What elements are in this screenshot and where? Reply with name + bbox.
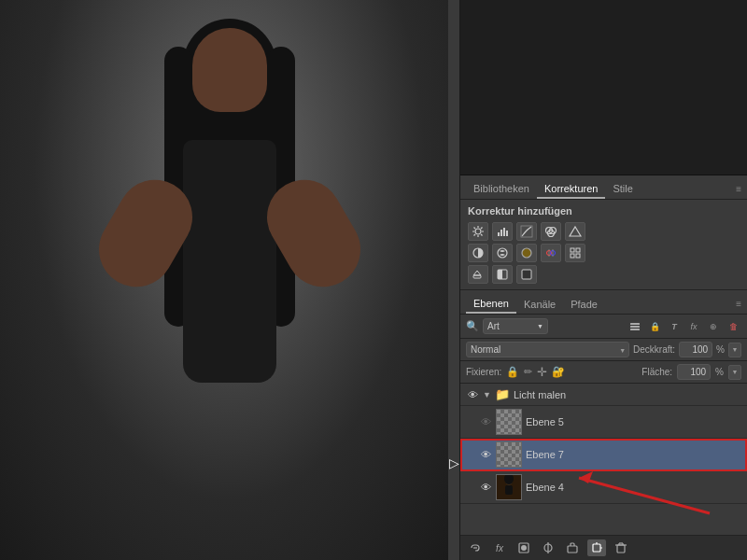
layer-ebene4-name: Ebene 4 bbox=[526, 482, 741, 493]
svg-line-5 bbox=[474, 228, 476, 230]
svg-marker-30 bbox=[473, 271, 481, 275]
svg-rect-35 bbox=[630, 326, 640, 328]
color-balance-icon-btn[interactable] bbox=[541, 222, 561, 241]
svg-rect-34 bbox=[630, 329, 640, 330]
layer-ebene4-visibility[interactable]: 👁 bbox=[479, 481, 492, 494]
panel-collapse-button[interactable]: ≡ bbox=[736, 184, 741, 194]
toolbar-new-layer-button[interactable] bbox=[587, 539, 606, 556]
curves-icon-btn[interactable] bbox=[516, 222, 537, 241]
svg-rect-11 bbox=[503, 228, 505, 236]
blend-mode-select-wrap: Normal bbox=[466, 342, 629, 357]
fix-icon-lock[interactable]: 🔒 bbox=[506, 366, 519, 378]
ebenen-panel-collapse[interactable]: ≡ bbox=[736, 299, 741, 309]
toolbar-delete-button[interactable] bbox=[612, 539, 630, 556]
layer-ebene4[interactable]: 👁 Ebene 4 bbox=[460, 471, 747, 504]
layer-ebene5-visibility[interactable]: 👁 bbox=[479, 415, 492, 428]
toolbar-group-button[interactable] bbox=[563, 539, 582, 556]
svg-rect-26 bbox=[576, 248, 580, 252]
top-preview-area bbox=[460, 0, 747, 175]
brightness-icon-btn[interactable] bbox=[468, 222, 488, 241]
layer-ebene5[interactable]: 👁 Ebene 5 bbox=[460, 406, 747, 439]
filter-icon-layers[interactable] bbox=[627, 319, 643, 334]
fixieren-label: Fixieren: bbox=[466, 367, 501, 377]
opacity-label: Deckkraft: bbox=[633, 344, 675, 355]
svg-line-8 bbox=[474, 234, 476, 236]
toolbar-adjustment-button[interactable] bbox=[539, 539, 557, 556]
toolbar-fx-button[interactable]: fx bbox=[490, 539, 509, 556]
svg-line-6 bbox=[481, 234, 483, 236]
svg-point-19 bbox=[498, 248, 507, 258]
photo-background bbox=[0, 0, 459, 560]
icon-row-1 bbox=[468, 222, 740, 241]
toolbar-mask-button[interactable] bbox=[514, 539, 533, 556]
canvas-area bbox=[0, 0, 459, 560]
ebenen-tabs-row: Ebenen Kanäle Pfade ≡ bbox=[460, 290, 747, 315]
fix-icon-move[interactable]: ✛ bbox=[537, 365, 547, 379]
fix-icon-key[interactable]: 🔐 bbox=[552, 366, 565, 378]
tab-bibliotheken[interactable]: Bibliotheken bbox=[466, 180, 537, 199]
photo-filter-icon-btn[interactable] bbox=[516, 244, 537, 262]
tab-ebenen[interactable]: Ebenen bbox=[466, 295, 516, 314]
filter-icon-fx[interactable]: fx bbox=[685, 319, 702, 334]
group-expand-icon[interactable]: ▼ bbox=[483, 390, 491, 399]
svg-rect-33 bbox=[522, 270, 531, 279]
svg-point-20 bbox=[522, 248, 531, 258]
flaeche-input[interactable] bbox=[677, 364, 711, 380]
svg-rect-36 bbox=[630, 323, 640, 325]
hue-sat-icon-btn[interactable] bbox=[492, 244, 513, 262]
filter-icon-delete[interactable]: 🗑 bbox=[725, 319, 741, 334]
filter-icon-lock[interactable]: 🔒 bbox=[646, 319, 663, 334]
toolbar-link-button[interactable] bbox=[466, 539, 485, 556]
filter-icon-add[interactable]: ⊕ bbox=[705, 319, 722, 334]
body-shape bbox=[183, 140, 276, 383]
svg-rect-47 bbox=[593, 544, 600, 552]
flaeche-arrow-btn[interactable]: ▼ bbox=[728, 365, 741, 380]
filter-dropdown-arrow: ▼ bbox=[537, 323, 543, 329]
grid-icon-btn[interactable] bbox=[565, 244, 585, 262]
svg-rect-28 bbox=[576, 254, 580, 258]
draw-icon-btn[interactable] bbox=[468, 265, 488, 284]
filter-type-select[interactable]: Art ▼ bbox=[483, 318, 548, 334]
tab-pfade[interactable]: Pfade bbox=[563, 296, 605, 313]
filter-icons-group: 🔒 T fx ⊕ 🗑 bbox=[627, 319, 741, 334]
gradient-icon-btn[interactable] bbox=[565, 222, 585, 241]
blend-mode-select[interactable]: Normal bbox=[466, 342, 629, 357]
fixieren-row: Fixieren: 🔒 ✏ ✛ 🔐 Fläche: % ▼ bbox=[460, 361, 747, 384]
layer-ebene5-name: Ebene 5 bbox=[526, 416, 741, 427]
blend-mode-row: Normal Deckkraft: % ▼ bbox=[460, 339, 747, 361]
svg-rect-10 bbox=[500, 230, 502, 236]
svg-rect-25 bbox=[571, 248, 574, 252]
filter-icon-type[interactable]: T bbox=[666, 319, 683, 334]
flaeche-unit: % bbox=[715, 367, 724, 377]
tab-korrekturen[interactable]: Korrekturen bbox=[537, 180, 605, 199]
opacity-input[interactable] bbox=[679, 342, 712, 357]
canvas-scrollbar[interactable] bbox=[448, 0, 459, 560]
tab-kanaele[interactable]: Kanäle bbox=[516, 296, 563, 313]
svg-point-43 bbox=[521, 545, 527, 551]
fix-icon-pencil[interactable]: ✏ bbox=[524, 366, 532, 378]
flaeche-label: Fläche: bbox=[641, 367, 672, 377]
subject-photo bbox=[80, 19, 379, 541]
tab-stile[interactable]: Stile bbox=[605, 180, 640, 199]
filter-type-label: Art bbox=[487, 321, 500, 331]
group-visibility-toggle[interactable]: 👁 bbox=[466, 388, 479, 401]
svg-line-7 bbox=[481, 228, 483, 230]
bw-icon-btn[interactable] bbox=[492, 265, 513, 284]
filter-bar: 🔍 Art ▼ 🔒 T fx ⊕ 🗑 bbox=[460, 315, 747, 339]
opacity-arrow-btn[interactable]: ▼ bbox=[728, 343, 741, 357]
svg-rect-32 bbox=[498, 270, 502, 279]
channel-mixer-icon-btn[interactable] bbox=[541, 244, 561, 262]
solid-color-icon-btn[interactable] bbox=[516, 265, 537, 284]
histogram-icon-btn[interactable] bbox=[492, 222, 513, 241]
layer-ebene7-visibility[interactable]: 👁 bbox=[479, 448, 492, 461]
svg-rect-50 bbox=[617, 545, 625, 553]
search-icon: 🔍 bbox=[466, 320, 479, 332]
group-name: Licht malen bbox=[514, 389, 741, 400]
layer-group-licht-malen[interactable]: 👁 ▼ 📁 Licht malen bbox=[460, 384, 747, 406]
layer-ebene7[interactable]: 👁 Ebene 7 bbox=[460, 439, 747, 471]
opacity-unit: % bbox=[716, 344, 725, 355]
icon-row-2 bbox=[468, 244, 740, 262]
korrektur-title: Korrektur hinzufügen bbox=[468, 205, 740, 217]
bc-icon-btn[interactable] bbox=[468, 244, 488, 262]
layer-ebene4-thumb bbox=[496, 474, 522, 500]
